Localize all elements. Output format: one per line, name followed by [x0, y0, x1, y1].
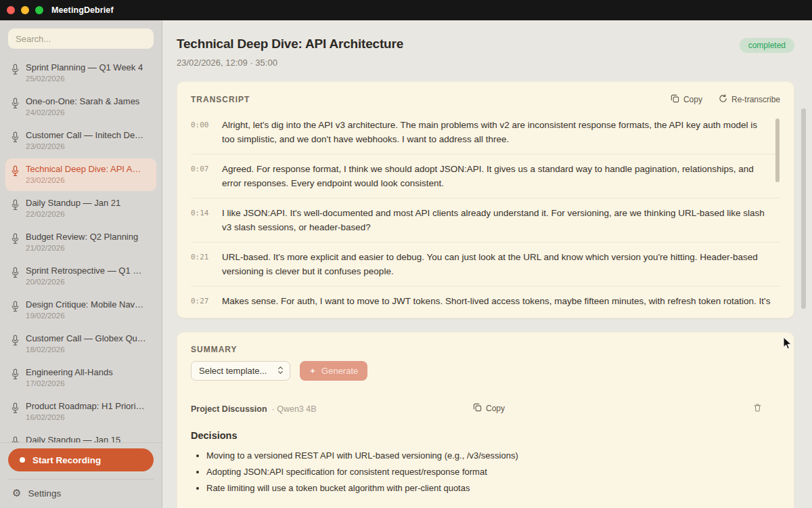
template-select[interactable]: Select template... — [191, 361, 290, 381]
meeting-list-item[interactable]: Product Roadmap: H1 Priori… 16/02/2026 — [5, 396, 156, 428]
gear-icon: ⚙ — [12, 488, 21, 499]
summary-bullet: Moving to a versioned REST API with URL-… — [206, 448, 780, 464]
meeting-date: 20/02/2026 — [26, 277, 141, 287]
transcript-scrollbar-thumb[interactable] — [775, 119, 780, 182]
summary-label: SUMMARY — [191, 345, 238, 354]
summary-panel: SUMMARY Select template... ✦ Generate — [177, 332, 794, 508]
summary-bullet-list: Moving to a versioned REST API with URL-… — [191, 448, 780, 496]
meeting-title: Technical Deep Dive: API A… — [26, 164, 141, 175]
transcript-entry: 0:00 Alright, let's dig into the API v3 … — [191, 110, 780, 154]
meeting-title: Budget Review: Q2 Planning — [26, 232, 138, 242]
meeting-title: Sprint Retrospective — Q1 … — [26, 266, 141, 276]
sparkle-icon: ✦ — [309, 366, 316, 376]
summary-bullet: Rate limiting will use a token bucket al… — [206, 480, 780, 496]
meeting-title: Sprint Planning — Q1 Week 4 — [26, 62, 143, 73]
microphone-icon — [11, 165, 20, 179]
summary-copy-button[interactable]: Copy — [473, 403, 505, 414]
transcript-text: URL-based. It's more explicit and easier… — [222, 250, 780, 278]
start-recording-label: Start Recording — [32, 455, 101, 465]
generate-button[interactable]: ✦ Generate — [300, 361, 367, 381]
meeting-date: 23/02/2026 — [26, 142, 143, 152]
meeting-list-item[interactable]: Daily Standup — Jan 21 22/02/2026 — [5, 192, 156, 225]
copy-icon — [473, 403, 482, 414]
retranscribe-label: Re-transcribe — [731, 95, 780, 104]
meeting-title: Daily Standup — Jan 15 — [26, 435, 120, 442]
microphone-icon — [11, 301, 20, 315]
meeting-list-item[interactable]: Daily Standup — Jan 15 — [5, 429, 156, 442]
transcript-entries: 0:00 Alright, let's dig into the API v3 … — [191, 110, 780, 311]
transcript-timestamp: 0:27 — [191, 294, 213, 311]
meeting-date: 22/02/2026 — [26, 209, 120, 219]
meeting-list: Sprint Planning — Q1 Week 4 25/02/2026 O… — [0, 51, 162, 442]
transcript-text: Agreed. For response format, I think we … — [222, 162, 780, 190]
transcript-entry: 0:14 I like JSON:API. It's well-document… — [191, 198, 780, 242]
transcript-entry: 0:27 Makes sense. For auth, I want to mo… — [191, 287, 780, 311]
window-title: MeetingDebrief — [51, 5, 114, 15]
meeting-date: 18/02/2026 — [26, 345, 146, 355]
transcript-copy-button[interactable]: Copy — [671, 94, 702, 105]
meeting-list-item[interactable]: Sprint Retrospective — Q1 … 20/02/2026 — [5, 260, 156, 293]
summary-section-heading: Decisions — [191, 430, 780, 441]
transcript-label: TRANSCRIPT — [191, 95, 250, 104]
microphone-icon — [11, 131, 20, 146]
sidebar-footer: Start Recording ⚙ Settings — [0, 442, 162, 508]
page-meta: 23/02/2026, 12:09 · 35:00 — [177, 58, 403, 68]
microphone-icon — [11, 436, 20, 442]
microphone-icon — [11, 199, 20, 213]
meeting-date: 19/02/2026 — [26, 311, 143, 321]
transcript-timestamp: 0:00 — [191, 118, 213, 146]
transcript-timestamp: 0:21 — [191, 250, 213, 278]
copy-icon — [671, 94, 679, 105]
microphone-icon — [11, 233, 20, 247]
meeting-date: 21/02/2026 — [26, 243, 138, 253]
microphone-icon — [11, 402, 20, 417]
trash-icon — [754, 404, 761, 414]
summary-template-name: Project Discussion — [191, 404, 267, 414]
traffic-lights — [0, 6, 43, 14]
microphone-icon — [11, 98, 20, 112]
transcript-text: Makes sense. For auth, I want to move to… — [222, 294, 780, 311]
transcript-copy-label: Copy — [683, 95, 702, 104]
meeting-list-item[interactable]: One-on-One: Sarah & James 24/02/2026 — [5, 91, 156, 123]
meeting-list-item[interactable]: Budget Review: Q2 Planning 21/02/2026 — [5, 226, 156, 259]
microphone-icon — [11, 368, 20, 383]
meeting-list-item[interactable]: Customer Call — Globex Qu… 18/02/2026 — [5, 328, 156, 360]
generate-label: Generate — [321, 366, 358, 376]
meeting-list-item[interactable]: Engineering All-Hands 17/02/2026 — [5, 362, 156, 394]
transcript-timestamp: 0:07 — [191, 162, 213, 190]
minimize-button[interactable] — [21, 6, 29, 14]
page-title: Technical Deep Dive: API Architecture — [177, 37, 403, 51]
meeting-title: Design Critique: Mobile Nav… — [26, 299, 143, 310]
meeting-list-item[interactable]: Sprint Planning — Q1 Week 4 25/02/2026 — [5, 57, 156, 89]
transcript-timestamp: 0:14 — [191, 206, 213, 234]
chevron-up-down-icon — [277, 366, 284, 377]
transcript-panel: TRANSCRIPT Copy — [177, 81, 794, 318]
transcript-entry: 0:07 Agreed. For response format, I thin… — [191, 154, 780, 198]
delete-summary-button[interactable] — [754, 404, 761, 414]
search-input[interactable] — [8, 28, 154, 49]
template-select-value: Select template... — [199, 366, 267, 376]
meeting-date: 17/02/2026 — [26, 379, 113, 389]
status-badge: completed — [740, 38, 794, 53]
meeting-title: Customer Call — Initech De… — [26, 130, 143, 141]
settings-item[interactable]: ⚙ Settings — [8, 479, 154, 508]
start-recording-button[interactable]: Start Recording — [8, 448, 154, 471]
meeting-title: Engineering All-Hands — [26, 367, 113, 378]
close-button[interactable] — [7, 6, 15, 14]
main-scrollbar-thumb[interactable] — [801, 108, 806, 309]
meeting-title: One-on-One: Sarah & James — [26, 96, 139, 107]
retranscribe-button[interactable]: Re-transcribe — [719, 94, 780, 105]
transcript-text: I like JSON:API. It's well-documented an… — [222, 206, 780, 234]
summary-bullet: Adopting JSON:API specification for cons… — [206, 464, 780, 480]
meeting-list-item[interactable]: Design Critique: Mobile Nav… 19/02/2026 — [5, 294, 156, 326]
meeting-date: 16/02/2026 — [26, 412, 145, 423]
meeting-list-item[interactable]: Technical Deep Dive: API A… 23/02/2026 — [5, 158, 156, 191]
zoom-button[interactable] — [35, 6, 43, 14]
microphone-icon — [11, 64, 20, 78]
refresh-icon — [719, 94, 727, 105]
meeting-title: Product Roadmap: H1 Priori… — [26, 401, 145, 412]
settings-label: Settings — [28, 488, 61, 499]
sidebar: Sprint Planning — Q1 Week 4 25/02/2026 O… — [0, 20, 162, 508]
main-content: Technical Deep Dive: API Architecture 23… — [162, 20, 812, 508]
meeting-list-item[interactable]: Customer Call — Initech De… 23/02/2026 — [5, 125, 156, 157]
